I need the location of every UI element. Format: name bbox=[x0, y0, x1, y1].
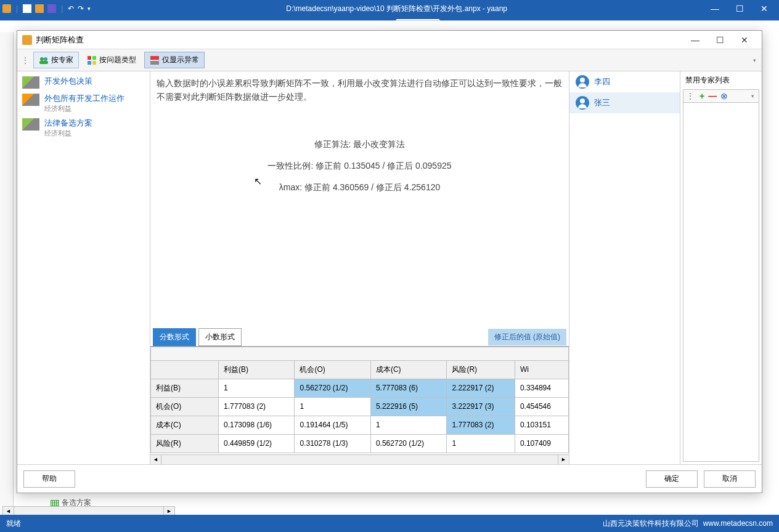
table-cell[interactable]: 0.449859 (1/2) bbox=[219, 434, 295, 453]
close-button[interactable]: ✕ bbox=[752, 0, 777, 17]
dialog-icon bbox=[22, 35, 32, 45]
disabled-experts-panel: 禁用专家列表 ⋮ + — ⊗ ▾ bbox=[680, 71, 762, 464]
toolbar-overflow-icon[interactable]: ▾ bbox=[749, 91, 756, 101]
svg-rect-2 bbox=[39, 61, 48, 64]
status-url[interactable]: www.metadecsn.com bbox=[703, 519, 773, 528]
show-abnormal-button[interactable]: 仅显示异常 bbox=[144, 52, 205, 68]
tab-decimal[interactable]: 小数形式 bbox=[198, 328, 242, 346]
remove-icon[interactable]: — bbox=[708, 91, 717, 101]
matrix-icon bbox=[22, 118, 39, 131]
clear-icon[interactable]: ⊗ bbox=[720, 91, 728, 101]
table-header: 风险(R) bbox=[447, 360, 515, 379]
table-header: 机会(O) bbox=[295, 360, 370, 379]
table-header: Wi bbox=[515, 360, 568, 379]
filter-icon bbox=[150, 55, 160, 65]
table-cell[interactable]: 0.310278 (1/3) bbox=[295, 434, 370, 453]
dialog-footer: 帮助 确定 取消 bbox=[17, 464, 762, 493]
table-row: 风险(R)0.449859 (1/2)0.310278 (1/3)0.56272… bbox=[151, 434, 569, 453]
tree-item[interactable]: 法律备选方案经济利益 bbox=[17, 116, 150, 140]
by-expert-button[interactable]: 按专家 bbox=[33, 52, 79, 68]
main-titlebar: | | ↶ ↷ ▾ D:\metadecsn\yaanp-video\10 判断… bbox=[0, 0, 779, 17]
undo-icon[interactable]: ↶ bbox=[68, 4, 74, 13]
disabled-experts-list[interactable] bbox=[683, 103, 759, 462]
tree-item[interactable]: 开发外包决策 bbox=[17, 74, 150, 91]
toolbar-grip: ⋮ bbox=[686, 91, 693, 101]
disabled-experts-toolbar: ⋮ + — ⊗ ▾ bbox=[683, 89, 759, 103]
table-row: 成本(C)0.173098 (1/6)0.191464 (1/5)11.7770… bbox=[151, 416, 569, 434]
avatar-icon bbox=[576, 75, 589, 89]
svg-point-0 bbox=[40, 57, 44, 61]
table-cell[interactable]: 0.562720 (1/2) bbox=[370, 434, 446, 453]
table-cell[interactable]: 5.777083 (6) bbox=[370, 379, 446, 397]
dialog-close-button[interactable]: ✕ bbox=[732, 31, 757, 49]
dialog-minimize-button[interactable]: — bbox=[683, 31, 708, 49]
matrix-hscroll[interactable] bbox=[150, 454, 569, 464]
matrix-icon bbox=[22, 76, 39, 89]
ok-button[interactable]: 确定 bbox=[646, 470, 698, 488]
help-button[interactable]: 帮助 bbox=[23, 470, 75, 488]
info-text: 输入数据时的小误差累积导致判断矩阵不一致，利用最小改变算法进行自动修正可以达到一… bbox=[150, 71, 569, 109]
toolbar-grip: ⋮ bbox=[21, 55, 28, 65]
corrected-value-label: 修正后的值 (原始值) bbox=[488, 329, 566, 345]
table-cell[interactable]: 0.103151 bbox=[515, 416, 568, 434]
row-label: 风险(R) bbox=[151, 434, 219, 453]
svg-rect-4 bbox=[92, 56, 96, 60]
window-title: D:\metadecsn\yaanp-video\10 判断矩阵检查\开发外包.… bbox=[91, 4, 703, 14]
minimize-button[interactable]: — bbox=[703, 0, 727, 17]
table-row: 利益(B)10.562720 (1/2)5.777083 (6)2.222917… bbox=[151, 379, 569, 397]
quick-access-toolbar: | | ↶ ↷ ▾ bbox=[2, 4, 91, 13]
dialog-toolbar: ⋮ 按专家 按问题类型 仅显示异常 ▾ bbox=[17, 49, 762, 71]
row-label: 成本(C) bbox=[151, 416, 219, 434]
table-cell[interactable]: 0.191464 (1/5) bbox=[295, 416, 370, 434]
maximize-button[interactable]: ☐ bbox=[727, 0, 752, 17]
table-header: 利益(B) bbox=[219, 360, 295, 379]
row-label: 利益(B) bbox=[151, 379, 219, 397]
dialog-maximize-button[interactable]: ☐ bbox=[708, 31, 732, 49]
table-cell[interactable]: 0.454546 bbox=[515, 397, 568, 416]
tree-item[interactable]: 外包所有开发工作运作经济利益 bbox=[17, 91, 150, 116]
grid-icon bbox=[87, 55, 97, 65]
status-ready: 就绪 bbox=[6, 518, 21, 529]
table-cell[interactable]: 0.107409 bbox=[515, 434, 568, 453]
app-icon bbox=[2, 4, 11, 13]
row-label: 机会(O) bbox=[151, 397, 219, 416]
table-cell[interactable]: 5.222916 (5) bbox=[370, 397, 446, 416]
display-tabs: 分数形式 小数形式 修正后的值 (原始值) bbox=[150, 328, 569, 346]
expert-item[interactable]: 李四 bbox=[569, 71, 680, 92]
experts-panel: 李四 张三 bbox=[569, 71, 680, 464]
cancel-button[interactable]: 取消 bbox=[704, 470, 756, 488]
table-cell[interactable]: 1 bbox=[219, 379, 295, 397]
svg-rect-3 bbox=[88, 56, 91, 60]
table-cell[interactable]: 1.777083 (2) bbox=[447, 416, 515, 434]
status-bar: 就绪 山西元决策软件科技有限公司 www.metadecsn.com bbox=[0, 515, 779, 532]
save-icon[interactable] bbox=[47, 4, 56, 13]
toolbar-overflow-icon[interactable]: ▾ bbox=[751, 55, 758, 65]
svg-rect-6 bbox=[92, 61, 96, 65]
table-cell[interactable]: 0.173098 (1/6) bbox=[219, 416, 295, 434]
disabled-experts-title: 禁用专家列表 bbox=[683, 74, 759, 89]
table-cell[interactable]: 1 bbox=[447, 434, 515, 453]
by-type-button[interactable]: 按问题类型 bbox=[81, 52, 142, 68]
add-icon[interactable]: + bbox=[699, 91, 704, 101]
table-cell[interactable]: 1.777083 (2) bbox=[219, 397, 295, 416]
dialog-title: 判断矩阵检查 bbox=[36, 34, 683, 46]
table-header bbox=[151, 360, 219, 379]
table-cell[interactable]: 1 bbox=[295, 397, 370, 416]
table-cell[interactable]: 1 bbox=[370, 416, 446, 434]
center-panel: 输入数据时的小误差累积导致判断矩阵不一致，利用最小改变算法进行自动修正可以达到一… bbox=[150, 71, 569, 464]
metrics: 修正算法: 最小改变算法 一致性比例: 修正前 0.135045 / 修正后 0… bbox=[150, 109, 569, 211]
open-icon[interactable] bbox=[35, 4, 44, 13]
redo-icon[interactable]: ↷ bbox=[78, 4, 84, 13]
svg-rect-8 bbox=[150, 61, 159, 65]
table-cell[interactable]: 3.222917 (3) bbox=[447, 397, 515, 416]
new-icon[interactable] bbox=[23, 4, 31, 13]
table-cell[interactable]: 0.562720 (1/2) bbox=[295, 379, 370, 397]
table-cell[interactable]: 2.222917 (2) bbox=[447, 379, 515, 397]
table-row: 机会(O)1.777083 (2)15.222916 (5)3.222917 (… bbox=[151, 397, 569, 416]
expert-item[interactable]: 张三 bbox=[569, 92, 680, 113]
table-cell[interactable]: 0.334894 bbox=[515, 379, 568, 397]
svg-rect-7 bbox=[150, 56, 159, 60]
tab-fraction[interactable]: 分数形式 bbox=[153, 328, 196, 346]
matrix-table-wrap: 利益(B)机会(O)成本(C)风险(R)Wi 利益(B)10.562720 (1… bbox=[150, 346, 569, 464]
table-header: 成本(C) bbox=[370, 360, 446, 379]
